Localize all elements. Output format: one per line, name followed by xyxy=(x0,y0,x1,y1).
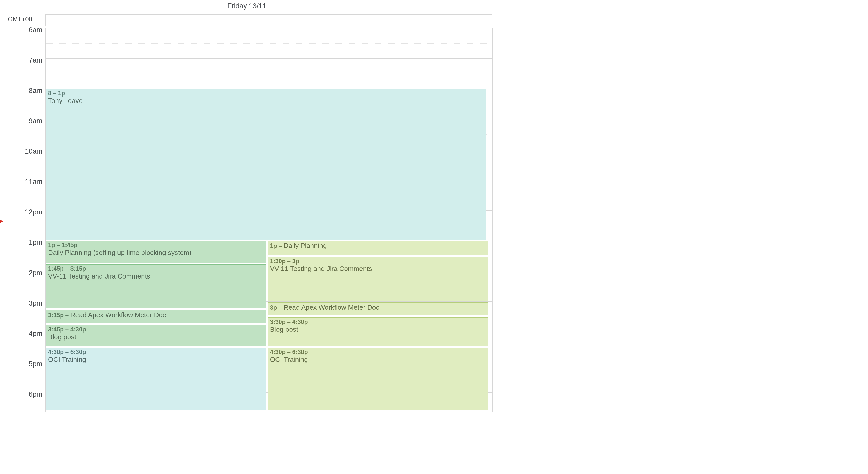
event-time: 1p – xyxy=(270,242,283,249)
hour-label: 6am xyxy=(1,26,42,34)
event-oci-b[interactable]: 4:30p – 6:30pOCI Training xyxy=(268,347,488,410)
event-time: 1:45p – 3:15p xyxy=(48,265,86,272)
event-blog-b[interactable]: 3:30p – 4:30pBlog post xyxy=(268,317,488,346)
event-daily-plan-b[interactable]: 1p – Daily Planning xyxy=(268,241,488,256)
event-blog-a[interactable]: 3:45p – 4:30pBlog post xyxy=(46,325,266,346)
event-time: 4:30p – 6:30p xyxy=(48,349,86,356)
event-vv11-a[interactable]: 1:45p – 3:15pVV-11 Testing and Jira Comm… xyxy=(46,264,266,308)
event-time: 3:15p – xyxy=(48,312,70,318)
hour-label: 8am xyxy=(1,87,42,95)
timezone-label: GMT+00 xyxy=(8,15,32,23)
event-tony-leave[interactable]: 8 – 1pTony Leave xyxy=(46,89,486,240)
event-time: 8 – 1p xyxy=(48,90,65,97)
hour-label: 9am xyxy=(1,117,42,125)
event-title: Read Apex Workflow Meter Doc xyxy=(70,311,166,319)
event-time: 1p – 1:45p xyxy=(48,242,78,248)
event-title: VV-11 Testing and Jira Comments xyxy=(270,265,486,273)
event-title: Blog post xyxy=(270,326,486,334)
event-title: Daily Planning (setting up time blocking… xyxy=(48,249,264,257)
event-oci-a[interactable]: 4:30p – 6:30pOCI Training xyxy=(46,347,266,410)
event-read-apex-a[interactable]: 3:15p – Read Apex Workflow Meter Doc xyxy=(46,310,266,323)
event-time: 3:30p – 4:30p xyxy=(270,318,308,325)
hour-label: 1pm xyxy=(1,239,42,247)
hour-label: 2pm xyxy=(1,269,42,277)
events-layer: 8 – 1pTony Leave1p – 1:45pDaily Planning… xyxy=(46,28,492,412)
event-time: 3p – xyxy=(270,304,283,311)
hour-label: 11am xyxy=(1,178,42,186)
event-title: Tony Leave xyxy=(48,97,484,105)
hour-label: 3pm xyxy=(1,299,42,307)
event-daily-plan-a[interactable]: 1p – 1:45pDaily Planning (setting up tim… xyxy=(46,241,266,263)
day-header: Friday 13/11 xyxy=(0,2,494,10)
time-grid: 6am7am8am9am10am11am12pm1pm2pm3pm4pm5pm6… xyxy=(0,26,494,410)
event-title: Read Apex Workflow Meter Doc xyxy=(283,303,379,311)
hour-label: 5pm xyxy=(1,360,42,368)
hour-gutter: 6am7am8am9am10am11am12pm1pm2pm3pm4pm5pm6… xyxy=(0,26,45,410)
event-title: Daily Planning xyxy=(283,242,327,249)
event-time: 1:30p – 3p xyxy=(270,258,299,265)
event-title: OCI Training xyxy=(270,356,486,364)
event-title: OCI Training xyxy=(48,356,264,364)
hour-label: 7am xyxy=(1,56,42,64)
event-vv11-b[interactable]: 1:30p – 3pVV-11 Testing and Jira Comment… xyxy=(268,257,488,301)
event-time: 3:45p – 4:30p xyxy=(48,326,86,333)
event-time: 4:30p – 6:30p xyxy=(270,349,308,356)
event-title: VV-11 Testing and Jira Comments xyxy=(48,272,264,280)
allday-row[interactable] xyxy=(45,14,493,26)
hour-label: 6pm xyxy=(1,391,42,399)
hour-label: 10am xyxy=(1,147,42,156)
hour-label: 12pm xyxy=(1,208,42,216)
hour-label: 4pm xyxy=(1,330,42,338)
event-title: Blog post xyxy=(48,333,264,341)
calendar-day-view: Friday 13/11 GMT+00 6am7am8am9am10am11am… xyxy=(0,0,494,415)
event-read-apex-b[interactable]: 3p – Read Apex Workflow Meter Doc xyxy=(268,302,488,316)
